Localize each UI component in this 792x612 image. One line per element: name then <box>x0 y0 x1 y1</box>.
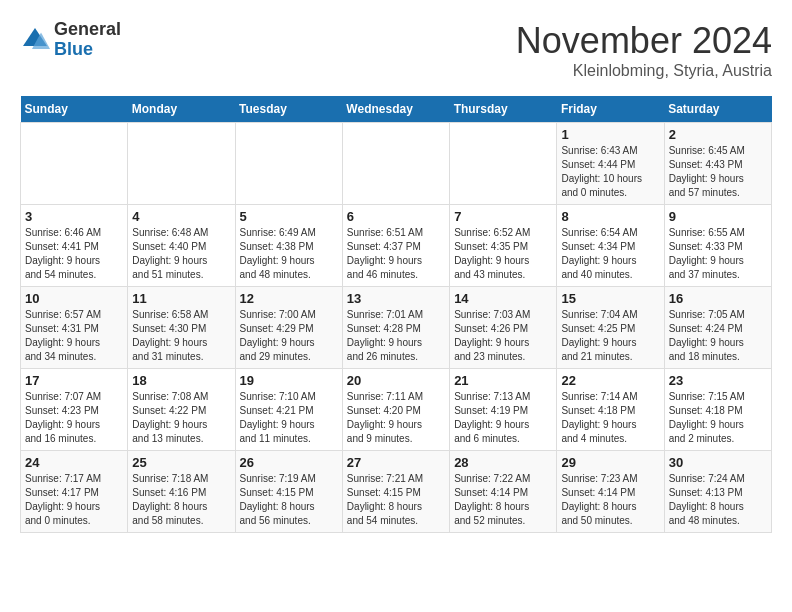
day-number: 15 <box>561 291 659 306</box>
calendar-cell <box>342 123 449 205</box>
calendar-cell: 15Sunrise: 7:04 AM Sunset: 4:25 PM Dayli… <box>557 287 664 369</box>
day-number: 19 <box>240 373 338 388</box>
day-info: Sunrise: 7:15 AM Sunset: 4:18 PM Dayligh… <box>669 390 767 446</box>
calendar-cell: 14Sunrise: 7:03 AM Sunset: 4:26 PM Dayli… <box>450 287 557 369</box>
calendar-cell: 17Sunrise: 7:07 AM Sunset: 4:23 PM Dayli… <box>21 369 128 451</box>
location-subtitle: Kleinlobming, Styria, Austria <box>516 62 772 80</box>
calendar-cell: 3Sunrise: 6:46 AM Sunset: 4:41 PM Daylig… <box>21 205 128 287</box>
weekday-header: Sunday <box>21 96 128 123</box>
day-number: 5 <box>240 209 338 224</box>
day-info: Sunrise: 6:49 AM Sunset: 4:38 PM Dayligh… <box>240 226 338 282</box>
day-info: Sunrise: 6:43 AM Sunset: 4:44 PM Dayligh… <box>561 144 659 200</box>
day-info: Sunrise: 7:04 AM Sunset: 4:25 PM Dayligh… <box>561 308 659 364</box>
day-info: Sunrise: 6:57 AM Sunset: 4:31 PM Dayligh… <box>25 308 123 364</box>
day-number: 7 <box>454 209 552 224</box>
day-number: 18 <box>132 373 230 388</box>
weekday-header: Wednesday <box>342 96 449 123</box>
day-info: Sunrise: 7:00 AM Sunset: 4:29 PM Dayligh… <box>240 308 338 364</box>
calendar-week-row: 3Sunrise: 6:46 AM Sunset: 4:41 PM Daylig… <box>21 205 772 287</box>
calendar-cell: 29Sunrise: 7:23 AM Sunset: 4:14 PM Dayli… <box>557 451 664 533</box>
day-number: 6 <box>347 209 445 224</box>
logo-general: General <box>54 19 121 39</box>
calendar-cell: 18Sunrise: 7:08 AM Sunset: 4:22 PM Dayli… <box>128 369 235 451</box>
day-info: Sunrise: 7:03 AM Sunset: 4:26 PM Dayligh… <box>454 308 552 364</box>
calendar-cell: 9Sunrise: 6:55 AM Sunset: 4:33 PM Daylig… <box>664 205 771 287</box>
day-info: Sunrise: 7:18 AM Sunset: 4:16 PM Dayligh… <box>132 472 230 528</box>
calendar-cell: 7Sunrise: 6:52 AM Sunset: 4:35 PM Daylig… <box>450 205 557 287</box>
logo: General Blue <box>20 20 121 60</box>
day-info: Sunrise: 7:07 AM Sunset: 4:23 PM Dayligh… <box>25 390 123 446</box>
logo-blue: Blue <box>54 39 93 59</box>
calendar-week-row: 24Sunrise: 7:17 AM Sunset: 4:17 PM Dayli… <box>21 451 772 533</box>
day-number: 8 <box>561 209 659 224</box>
calendar-cell: 11Sunrise: 6:58 AM Sunset: 4:30 PM Dayli… <box>128 287 235 369</box>
day-number: 21 <box>454 373 552 388</box>
calendar-cell: 10Sunrise: 6:57 AM Sunset: 4:31 PM Dayli… <box>21 287 128 369</box>
calendar-week-row: 17Sunrise: 7:07 AM Sunset: 4:23 PM Dayli… <box>21 369 772 451</box>
calendar-cell <box>128 123 235 205</box>
calendar-week-row: 1Sunrise: 6:43 AM Sunset: 4:44 PM Daylig… <box>21 123 772 205</box>
day-info: Sunrise: 6:46 AM Sunset: 4:41 PM Dayligh… <box>25 226 123 282</box>
calendar-cell: 19Sunrise: 7:10 AM Sunset: 4:21 PM Dayli… <box>235 369 342 451</box>
day-number: 25 <box>132 455 230 470</box>
day-number: 23 <box>669 373 767 388</box>
day-number: 9 <box>669 209 767 224</box>
calendar-table: SundayMondayTuesdayWednesdayThursdayFrid… <box>20 96 772 533</box>
calendar-cell <box>21 123 128 205</box>
day-number: 27 <box>347 455 445 470</box>
day-info: Sunrise: 6:51 AM Sunset: 4:37 PM Dayligh… <box>347 226 445 282</box>
day-info: Sunrise: 7:08 AM Sunset: 4:22 PM Dayligh… <box>132 390 230 446</box>
day-info: Sunrise: 7:19 AM Sunset: 4:15 PM Dayligh… <box>240 472 338 528</box>
day-number: 1 <box>561 127 659 142</box>
page-header: General Blue November 2024 Kleinlobming,… <box>20 20 772 80</box>
day-number: 16 <box>669 291 767 306</box>
day-number: 26 <box>240 455 338 470</box>
day-number: 20 <box>347 373 445 388</box>
calendar-cell: 26Sunrise: 7:19 AM Sunset: 4:15 PM Dayli… <box>235 451 342 533</box>
logo-text: General Blue <box>54 20 121 60</box>
weekday-header: Friday <box>557 96 664 123</box>
weekday-header: Tuesday <box>235 96 342 123</box>
calendar-cell <box>450 123 557 205</box>
day-number: 22 <box>561 373 659 388</box>
calendar-header-row: SundayMondayTuesdayWednesdayThursdayFrid… <box>21 96 772 123</box>
month-title: November 2024 <box>516 20 772 62</box>
day-info: Sunrise: 7:22 AM Sunset: 4:14 PM Dayligh… <box>454 472 552 528</box>
day-number: 3 <box>25 209 123 224</box>
day-number: 10 <box>25 291 123 306</box>
calendar-cell: 27Sunrise: 7:21 AM Sunset: 4:15 PM Dayli… <box>342 451 449 533</box>
day-number: 14 <box>454 291 552 306</box>
day-info: Sunrise: 6:52 AM Sunset: 4:35 PM Dayligh… <box>454 226 552 282</box>
calendar-cell: 25Sunrise: 7:18 AM Sunset: 4:16 PM Dayli… <box>128 451 235 533</box>
day-number: 28 <box>454 455 552 470</box>
day-info: Sunrise: 7:10 AM Sunset: 4:21 PM Dayligh… <box>240 390 338 446</box>
calendar-cell: 20Sunrise: 7:11 AM Sunset: 4:20 PM Dayli… <box>342 369 449 451</box>
calendar-cell: 23Sunrise: 7:15 AM Sunset: 4:18 PM Dayli… <box>664 369 771 451</box>
calendar-cell: 22Sunrise: 7:14 AM Sunset: 4:18 PM Dayli… <box>557 369 664 451</box>
calendar-cell: 1Sunrise: 6:43 AM Sunset: 4:44 PM Daylig… <box>557 123 664 205</box>
day-info: Sunrise: 6:54 AM Sunset: 4:34 PM Dayligh… <box>561 226 659 282</box>
day-info: Sunrise: 7:23 AM Sunset: 4:14 PM Dayligh… <box>561 472 659 528</box>
day-info: Sunrise: 7:14 AM Sunset: 4:18 PM Dayligh… <box>561 390 659 446</box>
calendar-cell: 8Sunrise: 6:54 AM Sunset: 4:34 PM Daylig… <box>557 205 664 287</box>
weekday-header: Monday <box>128 96 235 123</box>
calendar-week-row: 10Sunrise: 6:57 AM Sunset: 4:31 PM Dayli… <box>21 287 772 369</box>
day-info: Sunrise: 7:11 AM Sunset: 4:20 PM Dayligh… <box>347 390 445 446</box>
day-info: Sunrise: 7:21 AM Sunset: 4:15 PM Dayligh… <box>347 472 445 528</box>
day-info: Sunrise: 6:48 AM Sunset: 4:40 PM Dayligh… <box>132 226 230 282</box>
day-info: Sunrise: 7:01 AM Sunset: 4:28 PM Dayligh… <box>347 308 445 364</box>
day-info: Sunrise: 7:05 AM Sunset: 4:24 PM Dayligh… <box>669 308 767 364</box>
day-info: Sunrise: 6:45 AM Sunset: 4:43 PM Dayligh… <box>669 144 767 200</box>
day-number: 12 <box>240 291 338 306</box>
calendar-cell: 4Sunrise: 6:48 AM Sunset: 4:40 PM Daylig… <box>128 205 235 287</box>
title-block: November 2024 Kleinlobming, Styria, Aust… <box>516 20 772 80</box>
day-number: 2 <box>669 127 767 142</box>
day-info: Sunrise: 7:13 AM Sunset: 4:19 PM Dayligh… <box>454 390 552 446</box>
day-number: 30 <box>669 455 767 470</box>
calendar-cell: 16Sunrise: 7:05 AM Sunset: 4:24 PM Dayli… <box>664 287 771 369</box>
day-info: Sunrise: 6:55 AM Sunset: 4:33 PM Dayligh… <box>669 226 767 282</box>
day-info: Sunrise: 7:17 AM Sunset: 4:17 PM Dayligh… <box>25 472 123 528</box>
weekday-header: Thursday <box>450 96 557 123</box>
day-number: 24 <box>25 455 123 470</box>
day-number: 13 <box>347 291 445 306</box>
